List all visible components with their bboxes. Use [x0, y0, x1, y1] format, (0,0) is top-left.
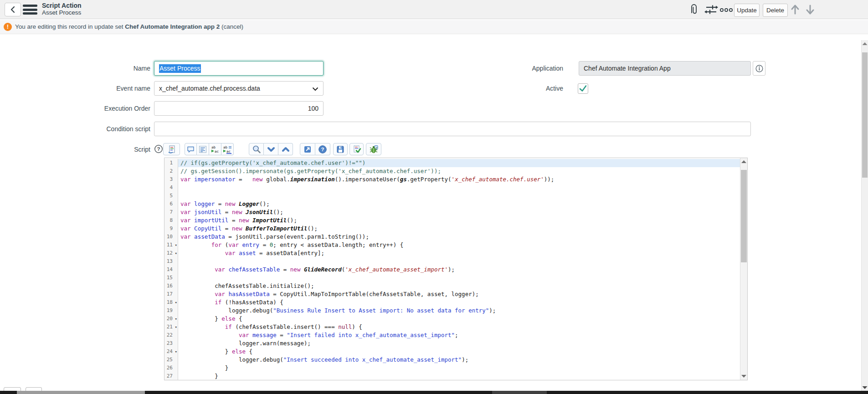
scroll-down-icon[interactable]: [740, 374, 747, 378]
delete-button[interactable]: Delete: [763, 4, 788, 17]
code-text[interactable]: var logger = new Logger();: [178, 200, 747, 208]
application-info-button[interactable]: [753, 61, 765, 76]
line-number: 11▾: [164, 241, 178, 249]
editor-help-button[interactable]: ?: [315, 143, 330, 155]
code-line: 21▾ if (chefAssetsTable.insert() === nul…: [164, 323, 747, 331]
code-text[interactable]: var CopyUtil = new BufferToImportUtil();: [178, 225, 747, 233]
code-text[interactable]: var asset = assetData[entry];: [178, 249, 747, 257]
fold-arrow-icon[interactable]: ▾: [175, 348, 177, 356]
code-line: 5: [164, 192, 747, 200]
code-text[interactable]: }: [178, 364, 747, 372]
editor-scrollbar[interactable]: [740, 158, 747, 380]
code-text[interactable]: if (!hasAssetData) {: [178, 298, 747, 307]
line-number: 24▾: [164, 348, 178, 356]
code-text[interactable]: } else {: [178, 348, 747, 356]
back-button[interactable]: [5, 3, 21, 16]
code-text[interactable]: [178, 257, 747, 266]
code-text[interactable]: var importUtil = new ImportUtil();: [178, 216, 747, 225]
code-text[interactable]: var impersonator = new global.impersinat…: [178, 175, 747, 184]
editor-scrollbar-thumb[interactable]: [741, 170, 747, 262]
find-previous-button[interactable]: [278, 143, 293, 155]
execution-order-label: Execution Order: [46, 105, 150, 113]
page-scrollbar-thumb[interactable]: [862, 52, 868, 178]
code-text[interactable]: [178, 184, 747, 192]
scroll-up-icon[interactable]: [740, 160, 747, 164]
personalize-form-icon[interactable]: [704, 4, 718, 15]
fullscreen-button[interactable]: [300, 143, 315, 155]
event-name-select[interactable]: x_chef_automate.chef.process.data: [154, 81, 324, 96]
active-label: Active: [456, 85, 563, 92]
toolbar-group-search: [249, 143, 293, 155]
bottom-scrollbar-thumb[interactable]: [17, 391, 145, 394]
code-line: 10var assetData = jsonUtil.parse(event.p…: [164, 233, 747, 241]
application-label: Application: [456, 65, 563, 72]
name-input[interactable]: Asset Process: [154, 61, 324, 76]
warning-icon: !: [4, 23, 12, 31]
code-text[interactable]: }: [178, 372, 747, 380]
condition-script-input[interactable]: [154, 122, 751, 136]
line-number: 16: [164, 282, 178, 290]
code-text[interactable]: var chefAssetsTable = new GlideRecord('x…: [178, 266, 747, 274]
active-checkbox[interactable]: [578, 83, 588, 94]
fold-arrow-icon[interactable]: ▾: [175, 298, 177, 307]
code-text[interactable]: logger.debug("Business Rule Insert to As…: [178, 307, 747, 315]
script-action-form-page: Script Action Asset Process Update Delet…: [0, 0, 868, 394]
toggle-comment-button[interactable]: [185, 143, 197, 155]
code-text[interactable]: // gs.getSession().impersonate(gs.getPro…: [178, 167, 747, 175]
fold-arrow-icon[interactable]: ▾: [175, 315, 177, 323]
bottom-scrollbar[interactable]: [0, 391, 868, 394]
attachment-icon[interactable]: [688, 3, 700, 16]
code-text[interactable]: var hasAssetData = CopyUtil.MapToImportT…: [178, 290, 747, 298]
code-text[interactable]: [178, 274, 747, 282]
fold-arrow-icon[interactable]: ▾: [175, 241, 177, 249]
line-number: 8: [164, 216, 178, 225]
page-scrollbar[interactable]: [861, 40, 868, 391]
notice-prefix: You are editing this record in update se…: [15, 23, 125, 30]
code-text[interactable]: var jsonUtil = new JsonUtil();: [178, 208, 747, 216]
syntax-highlight-button[interactable]: [163, 143, 180, 155]
syntax-check-button[interactable]: [349, 143, 364, 155]
code-text[interactable]: [178, 192, 747, 200]
replace-all-button[interactable]: ab ac: [221, 143, 234, 155]
code-line: 16 chefAssetsTable.initialize();: [164, 282, 747, 290]
fold-arrow-icon[interactable]: ▾: [175, 323, 177, 331]
code-text[interactable]: logger.warn(message);: [178, 339, 747, 348]
find-next-button[interactable]: [264, 143, 278, 155]
popout-icon: [303, 145, 312, 154]
cancel-link[interactable]: (cancel): [220, 23, 243, 30]
update-button[interactable]: Update: [734, 4, 760, 17]
code-text[interactable]: if (chefAssetsTable.insert() === null) {: [178, 323, 747, 331]
code-text[interactable]: var message = "Insert failed into x_chef…: [178, 331, 747, 339]
previous-record-button[interactable]: [791, 4, 800, 15]
code-text[interactable]: logger.debug("Insert succeeded into x_ch…: [178, 356, 747, 364]
help-icon[interactable]: ?: [154, 144, 163, 154]
save-button[interactable]: [333, 143, 348, 155]
more-options-icon[interactable]: [719, 7, 734, 13]
toolbar-group-check: [349, 143, 364, 155]
replace-button[interactable]: ab ac: [209, 143, 221, 155]
fold-arrow-icon[interactable]: ▾: [175, 249, 177, 257]
code-line: 7var jsonUtil = new JsonUtil();: [164, 208, 747, 216]
line-number: 12▾: [164, 249, 178, 257]
application-field: Chef Automate Integration App: [579, 61, 751, 76]
line-number: 14: [164, 266, 178, 274]
chevron-down-bold-icon: [267, 145, 276, 154]
code-text[interactable]: // if(gs.getProperty('x_chef_automate.ch…: [178, 159, 747, 167]
next-record-button[interactable]: [806, 4, 815, 15]
page-scroll-up-icon[interactable]: [862, 42, 868, 46]
condition-script-label: Condition script: [46, 125, 150, 133]
menu-icon[interactable]: [23, 5, 37, 15]
search-button[interactable]: [249, 143, 264, 155]
code-text[interactable]: chefAssetsTable.initialize();: [178, 282, 747, 290]
line-number: 5: [164, 192, 178, 200]
line-number: 1: [164, 159, 178, 167]
format-code-button[interactable]: [197, 143, 209, 155]
code-text[interactable]: var assetData = jsonUtil.parse(event.par…: [178, 233, 747, 241]
script-debugger-button[interactable]: [366, 143, 381, 155]
code-text[interactable]: } else {: [178, 315, 747, 323]
code-text[interactable]: for (var entry = 0; entry < assetData.le…: [178, 241, 747, 249]
script-code-editor[interactable]: 1// if(gs.getProperty('x_chef_automate.c…: [164, 158, 748, 380]
line-number: 2: [164, 167, 178, 175]
page-scroll-down-icon[interactable]: [862, 386, 868, 389]
execution-order-input[interactable]: 100: [154, 101, 324, 116]
